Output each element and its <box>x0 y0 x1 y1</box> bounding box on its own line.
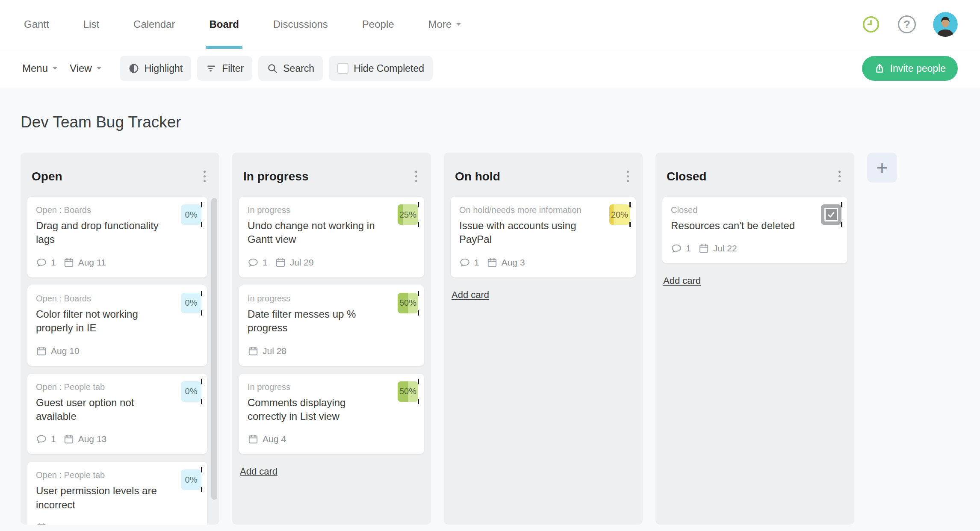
tab-people[interactable]: People <box>360 0 396 49</box>
task-card[interactable]: Open : BoardsDrag and drop functionality… <box>27 197 207 277</box>
top-right-icons: ? <box>861 0 958 49</box>
cards-list: ClosedResources can't be deleted1Jul 22 <box>655 197 854 263</box>
card-title: Date filter messes up % progress <box>248 307 416 335</box>
column-menu-kebab-icon[interactable] <box>413 168 420 185</box>
chevron-down-icon <box>96 67 102 71</box>
due-date: Jul 28 <box>263 346 286 356</box>
card-title: Comments displaying correctly in List vi… <box>248 396 416 424</box>
cards-list: Open : BoardsDrag and drop functionality… <box>21 197 219 525</box>
card-status-label: In progress <box>248 294 416 304</box>
add-column-button[interactable]: + <box>867 153 897 183</box>
add-card-link[interactable]: Add card <box>663 275 701 286</box>
card-title: Undo change not working in Gantt view <box>248 219 416 247</box>
tab-calendar[interactable]: Calendar <box>132 0 177 49</box>
share-icon <box>874 63 885 74</box>
history-clock-icon[interactable] <box>861 15 881 34</box>
dropdown-view[interactable]: View <box>70 62 102 74</box>
highlight-icon <box>128 63 139 74</box>
column-menu-kebab-icon[interactable] <box>201 168 208 185</box>
board-view: Dev Team Bug Tracker OpenOpen : BoardsDr… <box>0 88 980 531</box>
filter-button[interactable]: Filter <box>197 56 252 81</box>
comment-icon <box>459 257 470 268</box>
checkbox-icon[interactable] <box>337 63 348 74</box>
comment-count: 1 <box>51 434 56 444</box>
column-title: On hold <box>455 170 500 183</box>
task-card[interactable]: In progressDate filter messes up % progr… <box>239 285 424 366</box>
progress-badge: 25% <box>398 204 418 225</box>
card-status-label: In progress <box>248 382 416 392</box>
progress-value: 50% <box>399 386 416 396</box>
highlight-button[interactable]: Highlight <box>120 56 192 81</box>
comment-count: 1 <box>474 257 479 268</box>
page-title: Dev Team Bug Tracker <box>21 113 959 131</box>
column-header: On hold <box>444 153 643 197</box>
hide-completed-button[interactable]: Hide Completed <box>329 56 433 81</box>
invite-people-button[interactable]: Invite people <box>862 56 958 81</box>
due-date: Aug 13 <box>78 434 107 444</box>
button-label: Search <box>283 63 314 74</box>
calendar-icon <box>248 434 259 445</box>
progress-value: 50% <box>399 298 416 308</box>
card-footer: 1Jul 22 <box>671 243 839 254</box>
search-icon <box>267 63 278 74</box>
column-scrollbar[interactable] <box>211 198 217 500</box>
tab-label: List <box>83 18 99 30</box>
due-date: Jul 29 <box>290 257 314 268</box>
dropdown-menu[interactable]: Menu <box>22 62 58 74</box>
task-card[interactable]: On hold/needs more informationIssue with… <box>451 197 636 277</box>
card-title: Guest user option not available <box>36 396 199 424</box>
task-card[interactable]: In progressUndo change not working in Ga… <box>239 197 424 277</box>
progress-badge: 50% <box>398 293 418 313</box>
task-card[interactable]: Open : People tabUser permission levels … <box>27 462 207 525</box>
toolbar: MenuView HighlightFilterSearchHide Compl… <box>0 49 980 88</box>
progress-value: 0% <box>185 298 198 308</box>
task-card[interactable]: Open : BoardsColor filter not working pr… <box>27 285 207 366</box>
help-icon[interactable]: ? <box>897 15 917 34</box>
board-column-in-progress: In progressIn progressUndo change not wo… <box>232 153 431 525</box>
task-card[interactable]: ClosedResources can't be deleted1Jul 22 <box>662 197 847 263</box>
tab-label: Discussions <box>273 18 328 30</box>
calendar-icon <box>275 257 286 268</box>
column-menu-kebab-icon[interactable] <box>624 168 632 185</box>
add-card-link[interactable]: Add card <box>452 289 489 301</box>
card-status-label: On hold/needs more information <box>459 205 627 215</box>
column-header: Open <box>21 153 219 197</box>
chevron-down-icon <box>52 67 58 71</box>
tab-more[interactable]: More <box>427 0 463 49</box>
due-date: Aug 3 <box>502 257 525 268</box>
progress-badge: 0% <box>181 469 201 490</box>
button-label: Hide Completed <box>354 63 424 74</box>
column-menu-kebab-icon[interactable] <box>836 168 843 185</box>
card-footer: 1Jul 29 <box>248 257 416 268</box>
calendar-icon <box>487 257 498 268</box>
invite-people-label: Invite people <box>890 63 946 74</box>
tab-board[interactable]: Board <box>207 0 240 49</box>
card-footer: Aug 10 <box>36 345 199 357</box>
tab-discussions[interactable]: Discussions <box>272 0 330 49</box>
top-navigation: GanttListCalendarBoardDiscussionsPeopleM… <box>0 0 980 49</box>
add-card-link[interactable]: Add card <box>240 466 277 477</box>
task-card[interactable]: In progressComments displaying correctly… <box>239 374 424 454</box>
card-footer: Jul 28 <box>248 345 416 357</box>
cards-list: In progressUndo change not working in Ga… <box>232 197 431 454</box>
tab-label: Gantt <box>24 18 49 30</box>
board-column-on-hold: On holdOn hold/needs more informationIss… <box>444 153 643 525</box>
filter-icon <box>206 63 217 74</box>
column-title: Closed <box>667 170 706 183</box>
board-column-closed: ClosedClosedResources can't be deleted1J… <box>655 153 854 525</box>
dropdown-label: View <box>70 62 92 74</box>
task-card[interactable]: Open : People tabGuest user option not a… <box>27 374 207 454</box>
tab-gantt[interactable]: Gantt <box>22 0 51 49</box>
tab-list[interactable]: List <box>82 0 101 49</box>
tab-label: Calendar <box>133 18 175 30</box>
card-title: User permission levels are incorrect <box>36 484 199 512</box>
progress-badge: 0% <box>181 381 201 402</box>
search-button[interactable]: Search <box>258 56 323 81</box>
progress-value: 0% <box>185 386 198 396</box>
user-avatar[interactable] <box>933 12 958 37</box>
board-columns: OpenOpen : BoardsDrag and drop functiona… <box>21 153 959 525</box>
card-edge-marker <box>201 467 202 492</box>
cards-list: On hold/needs more informationIssue with… <box>444 197 643 277</box>
progress-value: 0% <box>185 210 198 220</box>
comment-icon <box>36 257 47 268</box>
